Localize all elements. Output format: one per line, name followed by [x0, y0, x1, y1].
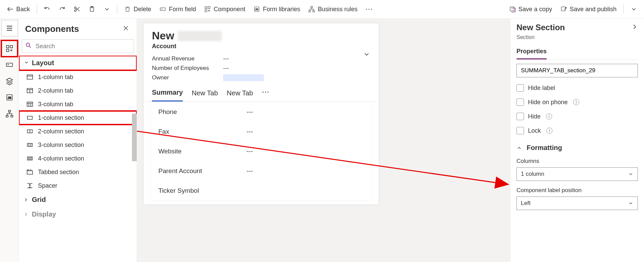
item-2col-tab[interactable]: 2-column tab: [19, 84, 137, 97]
chevron-down-icon: [628, 171, 633, 177]
field-row[interactable]: Phone---: [150, 102, 372, 122]
group-display[interactable]: Display: [19, 207, 137, 222]
item-3col-tab[interactable]: 3-column tab: [19, 97, 137, 111]
field-row[interactable]: Website---: [150, 142, 372, 161]
item-label: Spacer: [38, 182, 57, 189]
delete-label: Delete: [134, 6, 151, 13]
rail-tree[interactable]: [1, 106, 18, 122]
scissors-icon: [74, 6, 80, 13]
info-icon[interactable]: i: [546, 128, 552, 134]
item-tabbed-section[interactable]: Tabbed section: [19, 165, 137, 179]
back-button[interactable]: Back: [3, 4, 33, 15]
form-title-prefix: New: [152, 30, 174, 42]
group-display-label: Display: [32, 210, 56, 218]
more-icon: ⋯: [366, 6, 372, 13]
tab-summary[interactable]: Summary: [152, 85, 183, 101]
tab-new-1[interactable]: New Tab: [192, 86, 218, 101]
section-name-input[interactable]: [516, 64, 638, 77]
group-grid[interactable]: Grid: [19, 192, 137, 207]
item-label: 3-column section: [38, 142, 84, 149]
svg-rect-32: [27, 171, 33, 174]
section-3col-icon: [26, 141, 34, 149]
fields-scroll[interactable]: Phone--- Fax--- Website--- Parent Accoun…: [150, 102, 372, 201]
info-icon[interactable]: i: [573, 99, 579, 105]
field-row[interactable]: Parent Account---: [150, 161, 372, 181]
form-card: New Account Annual Revenue--- Number of …: [144, 23, 378, 204]
item-3col-section[interactable]: 3-column section: [19, 138, 137, 152]
checkbox-hide[interactable]: [516, 113, 524, 120]
item-1col-section[interactable]: 1-column section: [19, 111, 137, 125]
cut-button[interactable]: [70, 4, 84, 15]
back-label: Back: [16, 6, 30, 13]
paste-dropdown[interactable]: [100, 4, 114, 15]
item-label: 1-column section: [38, 114, 84, 121]
props-tab-properties[interactable]: Properties: [516, 45, 547, 59]
rail-js[interactable]: JS: [1, 89, 18, 106]
label-pos-select[interactable]: Left: [516, 196, 638, 210]
item-2col-section[interactable]: 2-column section: [19, 125, 137, 138]
rail-layers[interactable]: [1, 73, 18, 89]
paste-button[interactable]: [85, 4, 99, 15]
save-copy-label: Save a copy: [519, 6, 552, 13]
formatting-header[interactable]: Formatting: [516, 144, 638, 152]
tree-icon: [308, 6, 315, 13]
search-icon: [25, 42, 32, 51]
toolbar-overflow[interactable]: ⋯: [362, 4, 376, 15]
svg-rect-5: [205, 7, 207, 9]
save-publish-button[interactable]: Save and publish: [557, 4, 620, 15]
checkbox-hide-phone[interactable]: [516, 98, 524, 106]
svg-rect-11: [309, 11, 311, 12]
field-row[interactable]: Ticker Symbol: [150, 181, 372, 201]
hamburger-button[interactable]: [1, 20, 18, 36]
info-icon[interactable]: i: [546, 113, 552, 119]
field-value: ---: [247, 108, 364, 116]
svg-rect-27: [27, 102, 33, 107]
svg-rect-4: [160, 8, 165, 11]
checkbox-lock[interactable]: [516, 127, 524, 134]
props-expand-button[interactable]: [631, 23, 638, 32]
chevron-right-icon: [23, 212, 31, 217]
business-rules-button[interactable]: Business rules: [305, 4, 361, 15]
svg-point-0: [75, 7, 76, 8]
svg-rect-22: [6, 115, 8, 117]
tabs-overflow[interactable]: ⋯: [262, 88, 269, 99]
expand-header-button[interactable]: [363, 51, 370, 60]
tab-new-2[interactable]: New Tab: [227, 86, 253, 101]
item-spacer[interactable]: Spacer: [19, 179, 137, 192]
tabbed-section-icon: [26, 168, 34, 176]
search-input[interactable]: [22, 39, 134, 53]
component-button[interactable]: Component: [201, 4, 249, 15]
field-label: Phone: [158, 108, 247, 116]
item-label: 2-column section: [38, 128, 84, 135]
form-field-button[interactable]: Form field: [156, 4, 199, 15]
panel-scrollbar[interactable]: [132, 70, 137, 165]
save-publish-dropdown[interactable]: [627, 4, 641, 15]
close-panel-button[interactable]: [121, 23, 131, 35]
props-subtitle: Section: [516, 34, 638, 40]
form-libraries-button[interactable]: JSForm libraries: [250, 4, 304, 15]
group-layout[interactable]: Layout: [19, 56, 137, 70]
rail-components[interactable]: [1, 40, 18, 57]
columns-select[interactable]: 1 column: [516, 167, 638, 181]
svg-rect-30: [27, 143, 33, 146]
delete-button[interactable]: Delete: [121, 4, 155, 15]
save-copy-button[interactable]: Save a copy: [506, 4, 555, 15]
svg-rect-10: [311, 6, 313, 8]
svg-rect-21: [8, 110, 11, 112]
item-4col-section[interactable]: 4-column section: [19, 152, 137, 165]
owner-value-redacted: [223, 74, 264, 81]
separator: [37, 4, 37, 14]
spacer-icon: [26, 182, 34, 190]
item-1col-tab[interactable]: 1-column tab: [19, 70, 137, 84]
rail-form-field[interactable]: [1, 57, 18, 73]
item-label: 4-column section: [38, 155, 84, 162]
field-value: ---: [247, 167, 364, 175]
item-label: 3-column tab: [38, 101, 73, 108]
redo-button[interactable]: [55, 4, 69, 15]
field-row[interactable]: Fax---: [150, 122, 372, 142]
checkbox-hide-label[interactable]: [516, 84, 524, 92]
undo-button[interactable]: [40, 4, 54, 15]
field-value: ---: [247, 128, 364, 135]
svg-rect-12: [313, 11, 314, 12]
chevron-right-icon: [23, 197, 31, 203]
